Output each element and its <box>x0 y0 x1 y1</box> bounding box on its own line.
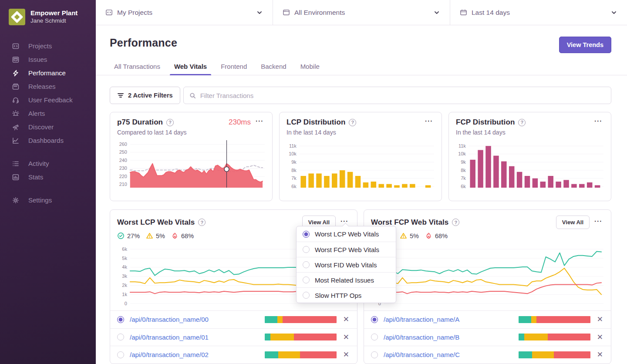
table-row: /api/0/transaction_name/C✕ <box>364 346 611 364</box>
issues-icon <box>11 55 20 64</box>
stat-check-circle: 27% <box>117 232 140 239</box>
sidebar-item-label: Issues <box>28 56 47 63</box>
table-row: /api/0/transaction_name/00✕ <box>110 310 357 328</box>
org-switcher[interactable]: Empower Plant Jane Schmidt <box>0 0 96 30</box>
transaction-link[interactable]: /api/0/transaction_name/A <box>384 316 513 323</box>
menu-item-worst-fid-web-vitals[interactable]: Worst FID Web Vitals <box>297 257 396 272</box>
active-filters-button[interactable]: 2 Active Filters <box>110 87 180 104</box>
more-options-button[interactable]: ⋯ <box>254 119 265 126</box>
close-icon[interactable]: ✕ <box>342 350 350 359</box>
view-trends-button[interactable]: View Trends <box>559 37 611 53</box>
sidebar-item-label: Dashboards <box>28 137 64 144</box>
menu-item-worst-lcp-web-vitals[interactable]: Worst LCP Web Vitals <box>297 226 396 242</box>
sidebar-item-label: Releases <box>28 83 56 90</box>
menu-radio[interactable] <box>303 231 310 238</box>
tab-all-transactions[interactable]: All Transactions <box>114 63 160 75</box>
close-icon[interactable]: ✕ <box>596 315 604 324</box>
sidebar-item-discover[interactable]: Discover <box>0 120 96 134</box>
menu-item-most-related-issues[interactable]: Most Related Issues <box>297 272 396 287</box>
tab-web-vitals[interactable]: Web Vitals <box>174 63 207 75</box>
transaction-link[interactable]: /api/0/transaction_name/01 <box>130 334 259 341</box>
svg-text:3k: 3k <box>122 273 127 279</box>
telescope-icon <box>11 123 20 131</box>
transaction-radio[interactable] <box>371 316 378 323</box>
worst-fcp-chart: 6k5k4k3k2k1k0 <box>371 243 604 309</box>
environment-picker[interactable]: All Environments <box>273 0 450 25</box>
menu-radio[interactable] <box>303 246 310 253</box>
card-title: Worst FCP Web Vitals <box>371 218 448 227</box>
transaction-link[interactable]: /api/0/transaction_name/C <box>384 351 513 358</box>
close-icon[interactable]: ✕ <box>342 315 350 324</box>
sidebar-item-dashboards[interactable]: Dashboards <box>0 134 96 147</box>
more-options-button[interactable]: ⋯ <box>593 119 604 126</box>
vital-bar-segment <box>532 351 554 358</box>
sidebar-item-stats[interactable]: Stats <box>0 170 96 184</box>
project-picker[interactable]: My Projects <box>96 0 273 25</box>
card-subtitle: In the last 14 days <box>456 129 604 136</box>
transaction-radio[interactable] <box>371 334 378 340</box>
sidebar-item-alerts[interactable]: Alerts <box>0 107 96 120</box>
fcp-distribution-card: FCP Distribution ? ⋯ In the last 14 days… <box>448 112 611 201</box>
transaction-link[interactable]: /api/0/transaction_name/02 <box>130 351 259 358</box>
performance-tabs: All TransactionsWeb VitalsFrontendBacken… <box>96 53 627 75</box>
help-icon[interactable]: ? <box>198 219 206 226</box>
calendar-icon <box>460 9 467 16</box>
sidebar-item-settings[interactable]: Settings <box>0 193 96 207</box>
worst-fcp-card: Worst FCP Web Vitals ? View All ⋯ 27%5%6… <box>364 209 611 364</box>
active-filters-label: 2 Active Filters <box>128 92 173 99</box>
menu-item-slow-http-ops[interactable]: Slow HTTP Ops <box>297 287 396 303</box>
svg-text:260: 260 <box>119 142 127 147</box>
help-icon[interactable]: ? <box>166 119 174 126</box>
table-row: /api/0/transaction_name/B✕ <box>364 328 611 346</box>
close-icon[interactable]: ✕ <box>342 333 350 342</box>
projects-icon <box>11 42 20 50</box>
vital-bar-segment <box>265 316 278 323</box>
svg-text:6k: 6k <box>461 184 466 189</box>
date-range-picker[interactable]: Last 14 days <box>450 0 627 25</box>
vitals-distribution-bar <box>265 316 337 323</box>
stat-value: 5% <box>410 233 419 239</box>
close-icon[interactable]: ✕ <box>596 350 604 359</box>
view-all-button[interactable]: View All <box>556 216 590 229</box>
help-icon[interactable]: ? <box>452 219 459 226</box>
vital-bar-segment <box>278 351 300 358</box>
vitals-distribution-bar <box>519 334 590 340</box>
transaction-radio[interactable] <box>117 316 124 323</box>
vitals-distribution-bar <box>265 351 337 358</box>
vital-bar-segment <box>270 334 294 340</box>
transaction-radio[interactable] <box>117 334 124 340</box>
menu-radio[interactable] <box>303 261 310 268</box>
tab-frontend[interactable]: Frontend <box>221 63 247 75</box>
transaction-search-input[interactable] <box>200 92 605 99</box>
vital-bar-segment <box>519 316 532 323</box>
svg-text:11k: 11k <box>289 143 297 148</box>
transaction-link[interactable]: /api/0/transaction_name/B <box>384 334 513 341</box>
more-options-button[interactable]: ⋯ <box>593 219 604 226</box>
transaction-radio[interactable] <box>371 351 378 358</box>
tab-mobile[interactable]: Mobile <box>300 63 320 75</box>
close-icon[interactable]: ✕ <box>596 333 604 342</box>
menu-item-worst-fcp-web-vitals[interactable]: Worst FCP Web Vitals <box>297 242 396 257</box>
menu-radio[interactable] <box>303 292 310 299</box>
sidebar-item-performance[interactable]: Performance <box>0 66 96 80</box>
help-icon[interactable]: ? <box>349 119 356 126</box>
help-icon[interactable]: ? <box>518 119 526 126</box>
vital-bar-segment <box>531 316 536 323</box>
sidebar-item-activity[interactable]: Activity <box>0 157 96 170</box>
transaction-radio[interactable] <box>117 351 124 358</box>
vitals-stats: 27%5%68% <box>371 232 604 239</box>
card-title: FCP Distribution <box>456 118 515 127</box>
card-title: LCP Distribution <box>287 118 345 127</box>
sidebar-item-issues[interactable]: Issues <box>0 53 96 66</box>
menu-radio[interactable] <box>303 276 310 283</box>
sidebar-item-projects[interactable]: Projects <box>0 39 96 53</box>
transaction-search[interactable] <box>183 87 611 104</box>
sidebar-item-label: User Feedback <box>28 96 73 104</box>
sidebar-item-user-feedback[interactable]: User Feedback <box>0 93 96 107</box>
sidebar-item-label: Stats <box>28 173 43 181</box>
svg-text:10k: 10k <box>458 151 466 156</box>
sidebar-item-releases[interactable]: Releases <box>0 80 96 93</box>
more-options-button[interactable]: ⋯ <box>424 119 435 126</box>
tab-backend[interactable]: Backend <box>261 63 286 75</box>
transaction-link[interactable]: /api/0/transaction_name/00 <box>130 316 259 323</box>
